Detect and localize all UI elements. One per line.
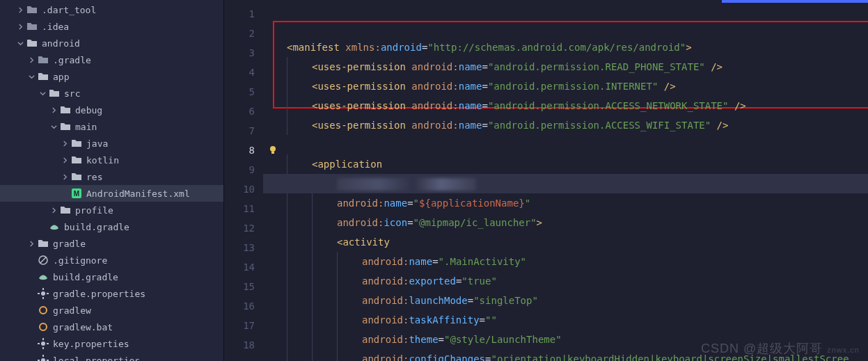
key-properties-file[interactable]: key.properties (0, 335, 223, 352)
tree-label: gradlew.bat (53, 322, 113, 332)
chevron-right-icon[interactable] (17, 23, 24, 30)
project-tree[interactable]: .dart_tool.ideaandroid.gradleappsrcdebug… (0, 0, 224, 361)
line-number: 5 (224, 82, 255, 102)
line-number: 16 (224, 296, 255, 316)
tree-label: src (64, 88, 80, 99)
chevron-right-icon[interactable] (28, 240, 35, 247)
gitignore-file[interactable]: .gitignore (0, 252, 223, 268)
code-line[interactable]: android:name=".MainActivity" (287, 252, 868, 271)
chevron-down-icon[interactable] (28, 73, 35, 80)
line-number: 3 (224, 43, 255, 63)
line-number: 8 (224, 141, 255, 160)
chevron-down-icon[interactable] (50, 123, 57, 130)
svg-line-3 (40, 257, 46, 263)
tree-label: local.properties (53, 355, 140, 362)
intention-bulb-icon[interactable] (267, 145, 278, 156)
tree-label: android (42, 38, 80, 49)
tree-label: gradle (53, 239, 86, 249)
svg-point-4 (41, 291, 45, 296)
line-number: 18 (224, 335, 255, 355)
code-line[interactable] (287, 135, 868, 154)
folder-icon (60, 121, 71, 132)
folder-icon (38, 238, 49, 249)
chevron-right-icon[interactable] (61, 157, 68, 163)
tree-label: .dart_tool (42, 5, 96, 15)
profile-folder[interactable]: profile (0, 202, 223, 218)
chevron-down-icon[interactable] (39, 90, 46, 97)
svg-rect-13 (42, 347, 44, 349)
chevron-right-icon[interactable] (28, 56, 35, 63)
code-line[interactable]: android:exported="true" (287, 271, 868, 291)
tree-label: build.gradle (64, 222, 129, 232)
manifest-icon: M (71, 188, 82, 199)
dot-gradle-folder[interactable]: .gradle (0, 51, 223, 68)
tree-label: res (86, 172, 102, 182)
tree-label: .gradle (53, 55, 91, 65)
chevron-right-icon[interactable] (50, 106, 57, 113)
dot-dart-tool-folder[interactable]: .dart_tool (0, 1, 223, 18)
gradle-icon (38, 271, 49, 282)
svg-point-10 (40, 323, 47, 330)
line-number-gutter: 123456789101112131415161718 (224, 0, 263, 361)
dim-folder (38, 54, 49, 65)
folder-icon (38, 71, 49, 82)
folder-icon (49, 88, 60, 99)
code-line[interactable]: <uses-permission android:name="android.p… (287, 77, 868, 96)
kotlin-folder[interactable]: kotlin (0, 152, 223, 168)
dot-idea-folder[interactable]: .idea (0, 18, 223, 35)
code-line[interactable] (263, 174, 868, 193)
chevron-right-icon[interactable] (61, 173, 68, 180)
code-line[interactable]: <uses-permission android:name="android.p… (287, 115, 868, 135)
svg-point-16 (41, 358, 45, 361)
tree-label: gradlew (53, 305, 91, 316)
android-folder[interactable]: android (0, 35, 223, 51)
code-line[interactable]: android:name="${applicationName}" (287, 193, 868, 213)
code-line[interactable]: android:configChanges="orientation|keybo… (287, 349, 868, 361)
code-line[interactable]: android:icon="@mipmap/ic_launcher"> (287, 213, 868, 232)
chevron-right-icon[interactable] (17, 6, 24, 13)
redacted-blur (337, 178, 476, 191)
root-build-gradle-file[interactable]: build.gradle (0, 268, 223, 285)
main-folder[interactable]: main (0, 118, 223, 135)
chevron-right-icon[interactable] (50, 207, 57, 214)
res-folder[interactable]: res (0, 168, 223, 185)
code-line[interactable]: <application (287, 154, 868, 174)
svg-rect-5 (42, 288, 44, 290)
java-folder[interactable]: java (0, 135, 223, 152)
chevron-none-icon (28, 273, 35, 280)
tree-label: AndroidManifest.xml (86, 188, 190, 199)
app-build-gradle-file[interactable]: build.gradle (0, 218, 223, 235)
gear-icon (38, 288, 49, 299)
gradle-properties-file[interactable]: gradle.properties (0, 285, 223, 302)
local-properties-file[interactable]: local.properties (0, 352, 223, 361)
code-line[interactable]: <uses-permission android:name="android.p… (287, 57, 868, 77)
line-number: 11 (224, 199, 255, 218)
code-line[interactable]: android:launchMode="singleTop" (287, 291, 868, 310)
svg-rect-14 (38, 343, 40, 344)
code-line[interactable]: <uses-permission android:name="android.p… (287, 96, 868, 115)
chevron-down-icon[interactable] (17, 40, 24, 47)
code-editor[interactable]: 123456789101112131415161718 <manifest xm… (224, 0, 868, 361)
svg-text:M: M (74, 190, 79, 198)
code-area[interactable]: <manifest xmlns:android="http://schemas.… (263, 0, 868, 361)
gradlew-file[interactable]: gradlew (0, 302, 223, 319)
folder-icon (26, 38, 38, 49)
code-line[interactable]: android:theme="@style/LaunchTheme" (287, 330, 868, 349)
svg-point-9 (40, 307, 47, 314)
debug-folder[interactable]: debug (0, 102, 223, 118)
app-folder[interactable]: app (0, 68, 223, 85)
code-line[interactable]: android:taskAffinity="" (287, 310, 868, 330)
folder-icon (60, 204, 71, 216)
dim-folder (26, 4, 38, 15)
src-folder[interactable]: src (0, 85, 223, 102)
chevron-right-icon[interactable] (61, 140, 68, 147)
android-manifest-file[interactable]: MAndroidManifest.xml (0, 185, 223, 202)
code-line[interactable]: <manifest xmlns:android="http://schemas.… (287, 38, 868, 57)
gradle-folder[interactable]: gradle (0, 235, 223, 252)
tree-label: .gitignore (53, 255, 107, 266)
folder-icon (71, 171, 82, 182)
line-number: 13 (224, 238, 255, 257)
gradle-icon (49, 221, 60, 232)
code-line[interactable]: <activity (287, 232, 868, 252)
gradlew-bat-file[interactable]: gradlew.bat (0, 319, 223, 335)
